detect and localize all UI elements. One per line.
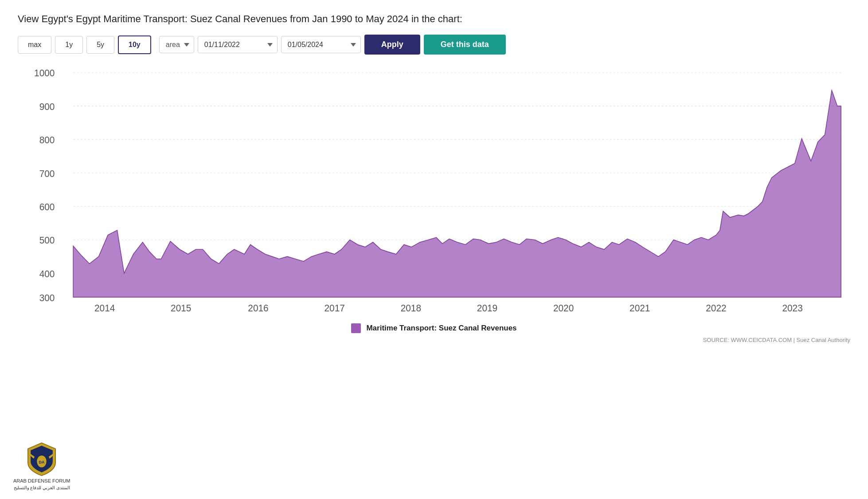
x-label-2017: 2017 xyxy=(324,303,344,313)
range-10y-button[interactable]: 10y xyxy=(118,35,151,54)
x-label-2015: 2015 xyxy=(171,303,191,313)
x-label-2018: 2018 xyxy=(401,303,421,313)
range-5y-button[interactable]: 5y xyxy=(86,36,114,54)
y-label-400: 400 xyxy=(39,268,55,279)
y-label-1000: 1000 xyxy=(34,68,55,78)
page-title: View Egypt's Egypt Maritime Transport: S… xyxy=(18,13,850,25)
controls-bar: max 1y 5y 10y area line bar 01/11/2022 0… xyxy=(18,35,850,55)
y-label-900: 900 xyxy=(39,101,55,111)
x-label-2022: 2022 xyxy=(706,303,726,313)
y-label-300: 300 xyxy=(39,292,55,303)
source-text: SOURCE: WWW.CEICDATA.COM | Suez Canal Au… xyxy=(18,337,850,343)
chart-type-select[interactable]: area line bar xyxy=(159,36,194,53)
y-label-500: 500 xyxy=(39,235,55,245)
x-label-2014: 2014 xyxy=(94,303,115,313)
chart-container: .grid-line { stroke: #ddd; stroke-width:… xyxy=(18,68,850,316)
y-label-800: 800 xyxy=(39,135,55,145)
y-label-700: 700 xyxy=(39,168,55,178)
x-label-2019: 2019 xyxy=(477,303,497,313)
logo-arabic: المنتدى العربي للدفاع والتسليح xyxy=(14,485,70,490)
chart-area-fill xyxy=(73,90,841,297)
logo-shield-icon: DA xyxy=(24,441,59,476)
date-start-select[interactable]: 01/11/2022 xyxy=(198,36,278,53)
range-1y-button[interactable]: 1y xyxy=(55,36,83,54)
chart-legend: Maritime Transport: Suez Canal Revenues xyxy=(18,323,850,333)
apply-button[interactable]: Apply xyxy=(364,35,420,55)
legend-color-box xyxy=(351,323,361,333)
x-label-2021: 2021 xyxy=(629,303,650,313)
x-label-2016: 2016 xyxy=(248,303,268,313)
x-label-2023: 2023 xyxy=(782,303,802,313)
y-label-600: 600 xyxy=(39,202,55,212)
logo-title: ARAB DEFENSE FORUM xyxy=(13,478,70,483)
legend-label: Maritime Transport: Suez Canal Revenues xyxy=(366,324,516,333)
date-end-select[interactable]: 01/05/2024 xyxy=(281,36,361,53)
get-data-button[interactable]: Get this data xyxy=(424,35,506,55)
footer-logo: DA ARAB DEFENSE FORUM المنتدى العربي للد… xyxy=(13,441,70,490)
chart-svg: .grid-line { stroke: #ddd; stroke-width:… xyxy=(18,68,850,316)
svg-text:DA: DA xyxy=(39,460,45,464)
range-max-button[interactable]: max xyxy=(18,36,51,54)
x-label-2020: 2020 xyxy=(553,303,574,313)
